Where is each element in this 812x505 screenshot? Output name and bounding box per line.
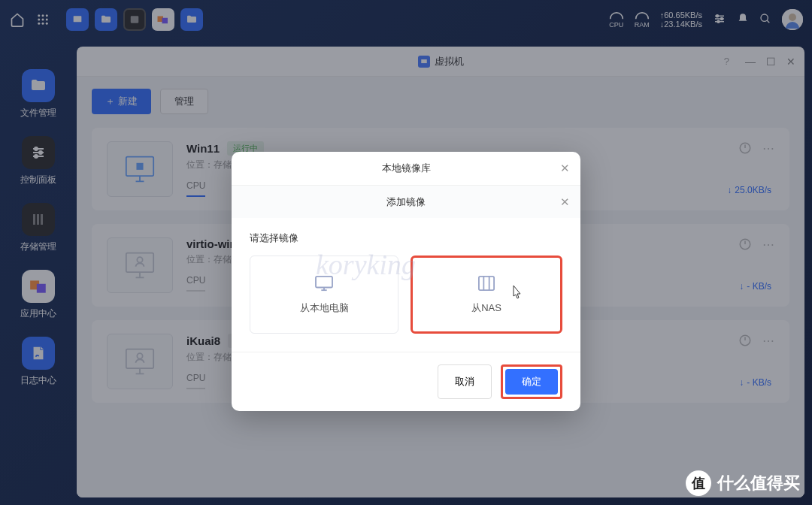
cancel-button[interactable]: 取消 [438, 364, 492, 399]
svg-rect-53 [316, 276, 332, 287]
close-icon[interactable]: ✕ [560, 195, 570, 209]
modal-overlay: 本地镜像库 ✕ 添加镜像 ✕ 请选择镜像 从本地电脑 从NAS 取消 确定 [0, 0, 812, 505]
modal-header-1: 本地镜像库 ✕ [232, 152, 580, 185]
nas-icon [477, 275, 495, 294]
option-label: 从NAS [471, 301, 501, 315]
add-image-modal: 本地镜像库 ✕ 添加镜像 ✕ 请选择镜像 从本地电脑 从NAS 取消 确定 [232, 152, 580, 411]
ok-button[interactable]: 确定 [505, 369, 558, 395]
svg-rect-56 [479, 276, 494, 289]
option-label: 从本地电脑 [300, 301, 349, 315]
computer-icon [314, 275, 334, 294]
brand-badge: 值 [686, 470, 711, 496]
option-from-nas[interactable]: 从NAS [411, 256, 562, 334]
modal-label: 请选择镜像 [250, 231, 562, 245]
brand-text: 什么值得买 [717, 472, 800, 494]
modal-header-2: 添加镜像 ✕ [232, 185, 580, 218]
option-from-local[interactable]: 从本地电脑 [250, 256, 398, 334]
modal-title: 本地镜像库 [382, 162, 431, 175]
brand-watermark: 值 什么值得买 [686, 470, 800, 496]
modal-subtitle: 添加镜像 [386, 195, 426, 209]
close-icon[interactable]: ✕ [560, 162, 570, 175]
